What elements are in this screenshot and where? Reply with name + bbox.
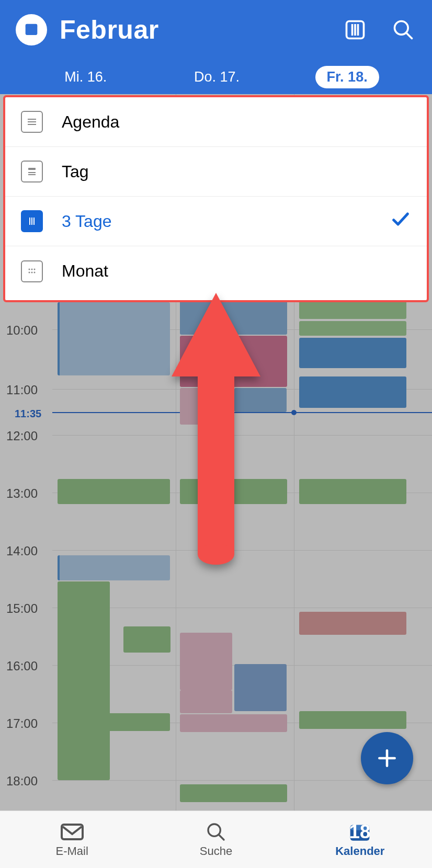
view-option-day[interactable]: Tag (5, 147, 427, 197)
svg-point-20 (29, 271, 30, 273)
event-block[interactable] (180, 690, 232, 713)
time-label: 15:00 (6, 601, 38, 616)
svg-text:18: 18 (349, 821, 371, 842)
time-label: 17:00 (6, 716, 38, 731)
bottom-nav: E-Mail Suche 18 Kalender (0, 810, 432, 868)
calendar-icon: 18 (347, 821, 372, 842)
add-event-button[interactable] (361, 732, 413, 784)
mail-icon (60, 821, 85, 842)
event-block[interactable] (180, 479, 287, 504)
event-block[interactable] (58, 555, 170, 580)
svg-point-17 (29, 268, 30, 270)
day-icon (21, 161, 43, 182)
nav-search[interactable]: Suche (144, 811, 288, 868)
event-block[interactable] (299, 711, 406, 729)
event-block[interactable] (299, 612, 406, 635)
current-time-dot (291, 410, 297, 415)
search-button[interactable] (390, 17, 416, 43)
view-menu: Agenda Tag 3 Tage Monat (5, 97, 427, 300)
nav-label: E-Mail (55, 844, 88, 858)
time-label: 10:00 (6, 323, 38, 338)
event-block[interactable] (180, 336, 287, 387)
day-tab-0[interactable]: Mi. 16. (53, 66, 118, 88)
svg-rect-1 (26, 24, 38, 28)
event-block[interactable] (58, 581, 110, 780)
time-label: 18:00 (6, 774, 38, 789)
day-tab-2[interactable]: Fr. 18. (315, 66, 379, 88)
header: Februar Mi. 16. Do. 17. Fr. 18. (0, 0, 432, 94)
svg-point-19 (34, 268, 36, 270)
view-option-label: Monat (62, 261, 108, 281)
plus-icon (376, 747, 399, 770)
svg-rect-11 (28, 168, 36, 170)
check-icon (390, 209, 411, 234)
nav-email[interactable]: E-Mail (0, 811, 144, 868)
month-icon (21, 260, 43, 282)
time-label: 14:00 (6, 544, 38, 558)
event-block[interactable] (58, 713, 170, 731)
event-block[interactable] (123, 626, 170, 653)
svg-line-7 (406, 33, 412, 39)
current-time-line (52, 412, 432, 413)
event-block[interactable] (299, 321, 406, 336)
view-option-label: Agenda (62, 112, 119, 132)
view-option-label: Tag (62, 162, 89, 181)
svg-point-21 (31, 271, 33, 273)
event-block[interactable] (180, 633, 232, 690)
search-icon (203, 821, 229, 842)
event-block[interactable] (58, 302, 170, 375)
event-block[interactable] (299, 338, 406, 368)
calendar-glyph-icon (22, 21, 40, 39)
nav-label: Kalender (335, 844, 384, 858)
event-block[interactable] (299, 298, 406, 319)
event-block[interactable] (299, 479, 406, 504)
event-block[interactable] (180, 388, 233, 425)
svg-line-29 (219, 835, 224, 840)
event-block[interactable] (234, 664, 287, 711)
day-tab-1[interactable]: Do. 17. (183, 66, 251, 88)
svg-point-18 (31, 268, 33, 270)
time-label: 11:00 (6, 383, 38, 397)
svg-rect-27 (62, 825, 83, 839)
time-label: 13:00 (6, 486, 38, 501)
view-option-label: 3 Tage (62, 212, 112, 231)
day-tabs: Mi. 16. Do. 17. Fr. 18. (0, 60, 432, 94)
view-option-agenda[interactable]: Agenda (5, 97, 427, 147)
nav-label: Suche (200, 844, 232, 858)
search-icon (392, 18, 415, 41)
time-label: 12:00 (6, 429, 38, 443)
event-block[interactable] (58, 479, 170, 504)
event-block[interactable] (180, 784, 287, 802)
nav-calendar[interactable]: 18 Kalender (288, 811, 432, 868)
app-logo[interactable] (16, 14, 47, 45)
view-switch-button[interactable] (342, 17, 368, 43)
time-label: 16:00 (6, 659, 38, 673)
event-block[interactable] (299, 376, 406, 408)
current-time-label: 11:35 (15, 408, 41, 420)
event-block[interactable] (180, 714, 287, 732)
view-option-3days[interactable]: 3 Tage (5, 197, 427, 246)
svg-point-22 (34, 271, 36, 273)
agenda-icon (21, 111, 43, 133)
event-block[interactable] (234, 388, 287, 412)
month-title[interactable]: Februar (60, 15, 159, 45)
view-option-month[interactable]: Monat (5, 246, 427, 296)
three-column-icon (344, 18, 367, 41)
three-day-icon (21, 210, 43, 232)
